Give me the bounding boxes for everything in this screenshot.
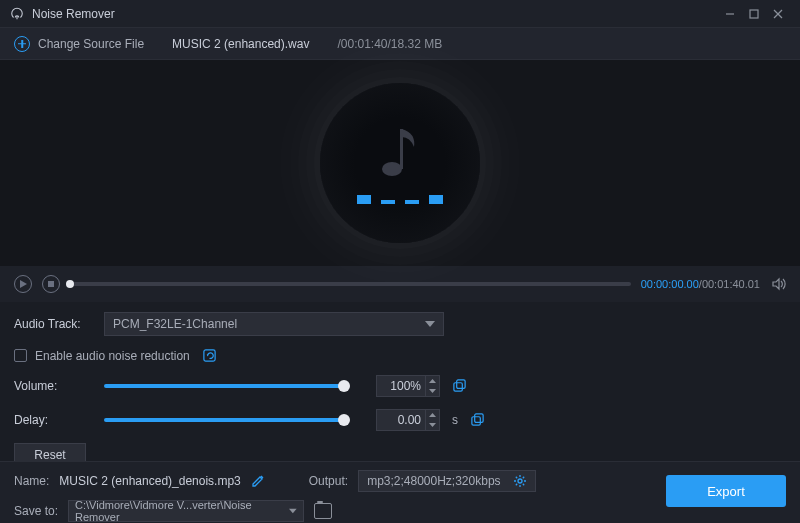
source-file-info: /00:01:40/18.32 MB (337, 37, 442, 51)
output-settings-icon[interactable] (513, 474, 527, 488)
preview-area (0, 60, 800, 266)
settings-panel: Audio Track: PCM_F32LE-1Channel Enable a… (0, 302, 800, 485)
svg-rect-18 (475, 413, 483, 421)
svg-point-4 (382, 162, 402, 176)
time-display: 00:00:00.00/00:01:40.01 (641, 278, 760, 290)
noise-reduction-label: Enable audio noise reduction (35, 349, 190, 363)
volume-apply-all-icon[interactable] (452, 379, 467, 394)
delay-slider[interactable] (104, 418, 344, 422)
output-format-box: mp3;2;48000Hz;320kbps (358, 470, 535, 492)
svg-rect-1 (750, 10, 758, 18)
equalizer-icon (357, 195, 443, 204)
volume-icon[interactable] (770, 276, 786, 292)
delay-apply-all-icon[interactable] (470, 413, 485, 428)
volume-value: 100% (377, 379, 425, 393)
stop-button[interactable] (42, 275, 60, 293)
name-label: Name: (14, 474, 49, 488)
delay-step-up[interactable] (426, 410, 439, 420)
audio-disc (320, 83, 480, 243)
source-file-name: MUSIC 2 (enhanced).wav (172, 37, 309, 51)
play-button[interactable] (14, 275, 32, 293)
svg-marker-8 (425, 321, 435, 327)
svg-rect-14 (457, 379, 465, 387)
footer-bar: Name: MUSIC 2 (enhanced)_denois.mp3 Outp… (0, 461, 800, 523)
seek-slider[interactable] (70, 282, 631, 286)
maximize-button[interactable] (742, 2, 766, 26)
open-folder-button[interactable] (314, 503, 332, 519)
app-logo-icon (10, 7, 24, 21)
change-source-button[interactable]: Change Source File (14, 36, 144, 52)
change-source-label: Change Source File (38, 37, 144, 51)
transport-bar: 00:00:00.00/00:01:40.01 (0, 266, 800, 302)
edit-name-icon[interactable] (251, 474, 265, 488)
output-label: Output: (309, 474, 348, 488)
header-bar: Change Source File MUSIC 2 (enhanced).wa… (0, 28, 800, 60)
close-button[interactable] (766, 2, 790, 26)
delay-input[interactable]: 0.00 (376, 409, 440, 431)
volume-step-down[interactable] (426, 386, 439, 396)
svg-marker-12 (429, 389, 436, 393)
current-time: 00:00:00.00 (641, 278, 699, 290)
delay-value: 0.00 (377, 413, 425, 427)
svg-rect-7 (48, 281, 54, 287)
delay-step-down[interactable] (426, 420, 439, 430)
volume-input[interactable]: 100% (376, 375, 440, 397)
audio-track-select[interactable]: PCM_F32LE-1Channel (104, 312, 444, 336)
duration-time: 00:01:40.01 (702, 278, 760, 290)
chevron-down-icon (289, 507, 297, 515)
audio-track-value: PCM_F32LE-1Channel (113, 317, 237, 331)
svg-marker-15 (429, 413, 436, 417)
minimize-button[interactable] (718, 2, 742, 26)
svg-marker-10 (206, 355, 208, 357)
svg-marker-16 (429, 423, 436, 427)
music-note-icon (380, 123, 420, 179)
chevron-down-icon (425, 319, 435, 329)
svg-marker-6 (20, 280, 27, 288)
svg-point-19 (518, 479, 522, 483)
noise-refresh-icon[interactable] (202, 348, 217, 363)
delay-label: Delay: (14, 413, 92, 427)
plus-icon (14, 36, 30, 52)
svg-rect-13 (454, 382, 462, 390)
audio-track-label: Audio Track: (14, 317, 92, 331)
svg-marker-20 (289, 509, 297, 514)
delay-unit: s (452, 413, 458, 427)
volume-label: Volume: (14, 379, 92, 393)
svg-rect-17 (472, 416, 480, 424)
name-value: MUSIC 2 (enhanced)_denois.mp3 (59, 474, 240, 488)
volume-slider[interactable] (104, 384, 344, 388)
saveto-label: Save to: (14, 504, 58, 518)
output-value: mp3;2;48000Hz;320kbps (367, 474, 500, 488)
noise-reduction-checkbox[interactable]: Enable audio noise reduction (14, 349, 190, 363)
app-title: Noise Remover (32, 7, 115, 21)
title-bar: Noise Remover (0, 0, 800, 28)
svg-marker-11 (429, 379, 436, 383)
volume-step-up[interactable] (426, 376, 439, 386)
saveto-select[interactable]: C:\Vidmore\Vidmore V...verter\Noise Remo… (68, 500, 304, 522)
saveto-value: C:\Vidmore\Vidmore V...verter\Noise Remo… (75, 499, 289, 523)
export-button[interactable]: Export (666, 475, 786, 507)
